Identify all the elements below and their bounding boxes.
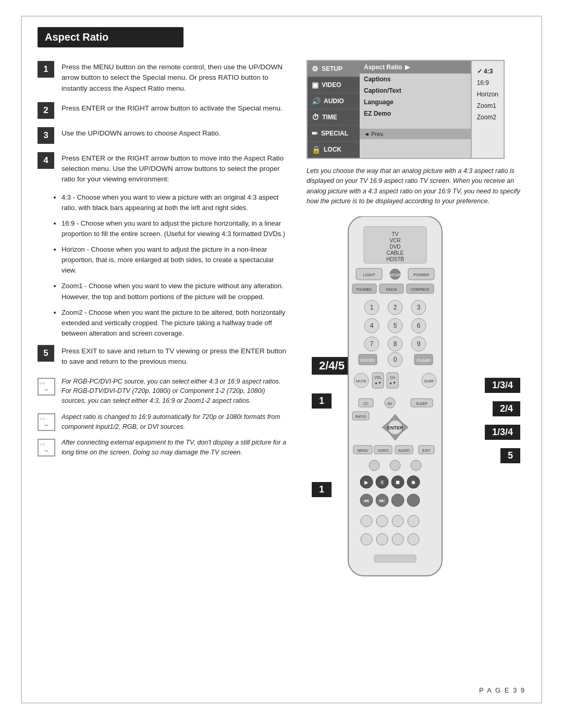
badge-1a: 1	[312, 393, 332, 409]
svg-text:⏮: ⏮	[364, 498, 369, 503]
note-3-text: After connecting external equipment to t…	[62, 438, 291, 458]
badge-24: 2/4	[493, 401, 520, 416]
menu-item-captiontext: Caption/Text	[360, 85, 471, 96]
sidebar-audio-label: AUDIO	[324, 97, 344, 105]
svg-point-91	[407, 494, 420, 507]
step-3-number: 3	[38, 127, 54, 144]
svg-text:VOL: VOL	[374, 376, 382, 379]
badge-134: 1/3/4	[485, 378, 520, 393]
page-title: Aspect Ratio	[38, 27, 183, 47]
svg-text:LIGHT: LIGHT	[363, 273, 375, 277]
step-4-number: 4	[38, 152, 54, 169]
svg-text:1: 1	[370, 304, 374, 311]
submenu-horizon: Horizon	[472, 89, 504, 100]
badge-5: 5	[500, 448, 520, 463]
setup-icon: ⚙	[312, 65, 319, 73]
svg-point-98	[392, 534, 403, 545]
left-column: 1 Press the MENU button on the remote co…	[38, 60, 291, 464]
svg-text:EXIT: EXIT	[422, 449, 431, 452]
svg-text:CH: CH	[390, 376, 395, 379]
menu-bottom: ◄ Prev.	[360, 129, 471, 139]
svg-point-94	[392, 515, 403, 527]
sidebar-special-label: SPECIAL	[321, 130, 348, 137]
svg-text:TV: TV	[392, 231, 399, 237]
badge-134b: 1/3/4	[485, 425, 520, 440]
menu-item-language: Language	[360, 96, 471, 108]
svg-point-95	[408, 515, 419, 527]
svg-text:CABLE: CABLE	[387, 250, 404, 256]
svg-text:⏭: ⏭	[380, 498, 385, 503]
submenu-zoom2: Zoom2	[472, 112, 504, 123]
tv-sidebar: ⚙ SETUP ▣ VIDEO 🔊 AUDIO	[308, 61, 360, 158]
sidebar-setup: ⚙ SETUP	[308, 61, 360, 77]
svg-text:⏸: ⏸	[380, 479, 385, 485]
sidebar-special: ✏ SPECIAL	[308, 126, 360, 142]
svg-text:MENU: MENU	[358, 449, 369, 452]
svg-point-93	[376, 515, 388, 527]
step-3-text: Use the UP/DOWN arrows to choose Aspect …	[62, 126, 221, 139]
svg-text:VCR: VCR	[389, 238, 400, 243]
step-5: 5 Press EXIT to save and return to TV vi…	[38, 344, 291, 367]
video-icon: ▣	[312, 81, 319, 89]
svg-text:▲▼: ▲▼	[374, 381, 382, 385]
svg-text:2: 2	[394, 304, 397, 311]
time-icon: ⏱	[312, 113, 319, 121]
svg-point-76	[390, 460, 400, 471]
content-columns: 1 Press the MENU button on the remote co…	[38, 60, 525, 581]
note-3: After connecting external equipment to t…	[38, 438, 291, 458]
svg-text:SURF: SURF	[424, 379, 434, 383]
svg-text:⏺: ⏺	[411, 479, 416, 485]
step-3: 3 Use the UP/DOWN arrows to choose Aspec…	[38, 126, 291, 144]
svg-text:FACIA: FACIA	[386, 288, 397, 291]
svg-text:▶: ▶	[364, 479, 369, 485]
sidebar-lock: 🔒 LOCK	[308, 142, 360, 158]
note-1-text: For RGB-PC/DVI-PC source, you can select…	[62, 377, 291, 406]
menu-arrow-right: ▶	[405, 64, 410, 71]
step-2-number: 2	[38, 102, 54, 119]
svg-rect-100	[374, 555, 416, 562]
note-2: Aspect ratio is changed to 16:9 automati…	[38, 412, 291, 432]
svg-text:ENTER: ENTER	[387, 425, 403, 430]
bullet-3: Horizon - Choose when you want to adjust…	[62, 244, 291, 276]
svg-rect-45	[372, 373, 384, 388]
right-column: ⚙ SETUP ▣ VIDEO 🔊 AUDIO	[307, 60, 525, 581]
remote-svg: TV VCR DVD CABLE HDSTB LIGHT MODE POWER	[333, 216, 479, 581]
bullet-4: Zoom1 - Choose when you want to view the…	[62, 281, 291, 302]
bullet-list: 4:3 - Choose when you want to view a pic…	[62, 192, 291, 339]
svg-text:AUDIO: AUDIO	[398, 449, 410, 452]
main-content: Aspect Ratio 1 Press the MENU button on …	[21, 16, 542, 704]
svg-point-75	[369, 460, 380, 471]
menu-item-captions: Captions	[360, 73, 471, 85]
tv-menu-screenshot: ⚙ SETUP ▣ VIDEO 🔊 AUDIO	[307, 60, 505, 159]
sidebar-video: ▣ VIDEO	[308, 77, 360, 93]
tv-main-menu: Aspect Ratio ▶ Captions Caption/Text Lan…	[360, 61, 471, 158]
note-2-icon	[38, 413, 55, 431]
svg-text:8: 8	[394, 340, 397, 348]
note-2-text: Aspect ratio is changed to 16:9 automati…	[62, 412, 291, 432]
menu-caption: Lets you choose the way that an analog p…	[307, 166, 525, 207]
page-container: Aspect Ratio 1 Press the MENU button on …	[0, 0, 563, 728]
sidebar-setup-label: SETUP	[322, 65, 342, 72]
svg-text:MUTE: MUTE	[356, 379, 366, 383]
note-1-icon	[38, 378, 55, 396]
bullet-5: Zoom2 - Choose when you want the picture…	[62, 307, 291, 339]
note-3-icon	[38, 439, 55, 456]
svg-text:⏹: ⏹	[395, 479, 400, 485]
tv-menu-inner: ⚙ SETUP ▣ VIDEO 🔊 AUDIO	[308, 61, 504, 158]
submenu-169: 16:9	[472, 77, 504, 89]
svg-text:6: 6	[417, 322, 421, 329]
note-1: For RGB-PC/DVI-PC source, you can select…	[38, 377, 291, 406]
step-5-text: Press EXIT to save and return to TV view…	[62, 344, 291, 367]
step-1: 1 Press the MENU button on the remote co…	[38, 60, 291, 94]
svg-text:0: 0	[394, 356, 397, 363]
sidebar-lock-label: LOCK	[324, 146, 341, 153]
lock-icon: 🔒	[312, 145, 321, 154]
svg-text:POWER: POWER	[413, 273, 429, 277]
svg-point-90	[391, 494, 404, 507]
step-2: 2 Press ENTER or the RIGHT arrow button …	[38, 101, 291, 119]
svg-text:DVD: DVD	[389, 244, 400, 250]
svg-text:CLEAR: CLEAR	[417, 358, 431, 363]
step-4-text: Press ENTER or the RIGHT arrow button to…	[62, 151, 291, 185]
bullet-2: 16:9 - Choose when you want to adjust th…	[62, 218, 291, 239]
svg-rect-48	[387, 373, 398, 388]
